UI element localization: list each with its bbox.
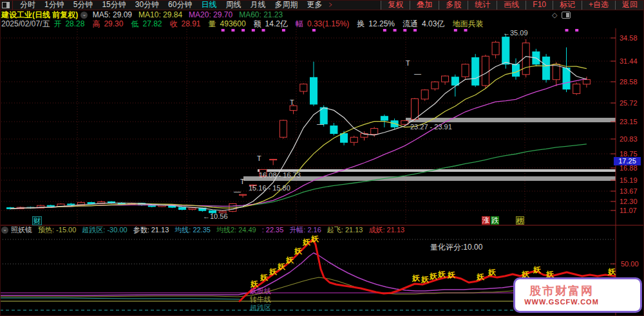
up-badge[interactable]: 涨 <box>482 216 490 225</box>
quote-field-低: 低27.82 <box>131 19 166 28</box>
quote-field-换: 换12.25% <box>357 19 399 28</box>
menu-item-7[interactable]: 日线 <box>196 0 221 10</box>
tool-item-6[interactable]: F10 <box>526 0 553 10</box>
watermark: 股市财富网 WWW.GSCFW.COM 指标分享 名师课程 <box>513 277 642 313</box>
chart-annotation-10: — <box>234 187 241 195</box>
indicator-param-7: 升幅: 2.16 <box>289 226 321 234</box>
indicator-axis-label: 50.00 <box>621 260 639 268</box>
quote-field-量: 量493600 <box>209 19 250 28</box>
yao-marker: 妖 <box>438 270 446 278</box>
quote-field-开: 开28.28 <box>53 19 88 28</box>
chart-annotation-9: T <box>406 59 410 67</box>
ma-label-4: MA60: 21.23 <box>239 10 283 19</box>
diamond-icon[interactable]: ◇ <box>552 10 557 19</box>
tool-item-3[interactable]: 多股 <box>439 0 468 10</box>
axis-price-label: 28.58 <box>620 78 638 86</box>
indicator-param-4: 均线: 22.35 <box>175 226 211 234</box>
axis-price-label: 34.58 <box>620 34 638 42</box>
chart-annotation-3: 16.08 - 16.73 <box>259 171 301 179</box>
yao-marker: 妖 <box>278 263 285 270</box>
stock-title[interactable]: 建设工业(日线 前复权) <box>1 10 78 19</box>
ref-line-label-2: 转牛线 <box>250 295 271 303</box>
current-price-label: 17.25 <box>614 157 641 165</box>
axis-price-label: 31.44 <box>620 57 638 65</box>
chart-annotation-11: — <box>317 120 324 127</box>
yao-marker: 妖 <box>251 280 258 288</box>
menu-item-4[interactable]: 15分钟 <box>97 0 130 10</box>
ma-label-2: MA10: 29.84 <box>138 10 182 19</box>
tool-item-7[interactable]: 标记 <box>553 0 582 10</box>
yao-marker: 妖 <box>269 268 277 275</box>
quote-field-额: 额14.2亿 <box>254 19 292 28</box>
menu-item-10[interactable]: 多周期 <box>270 0 302 10</box>
axis-price-label: 13.67 <box>620 187 638 195</box>
chart-annotation-2: 23.27 - 23.91 <box>410 123 452 131</box>
chart-annotation-7: T <box>257 154 261 162</box>
chart-annotation-5: ←10.56 <box>203 212 228 220</box>
tool-item-9[interactable]: 返回 <box>615 0 644 10</box>
axis-price-label: 12.30 <box>620 198 638 205</box>
yao-marker: 妖 <box>477 273 484 281</box>
more-arrow-icon[interactable]: ﹥ <box>327 0 337 10</box>
tool-item-2[interactable]: 叠加 <box>410 0 439 10</box>
ref-line-label-3: 超跌区 <box>250 304 271 311</box>
axis-price-label: 20.83 <box>620 135 638 143</box>
title-row: 建设工业(日线 前复权)⌄ MA5: 29.09MA10: 29.84MA20:… <box>0 10 644 19</box>
indicator-name: 照妖镜 <box>11 226 32 234</box>
tool-item-8[interactable]: +自选 <box>582 0 615 10</box>
chart-annotation-4: 15.16 - 15.80 <box>249 184 290 192</box>
yao-marker: 妖 <box>311 235 319 243</box>
tool-item-1[interactable]: 复权 <box>381 0 410 10</box>
tool-item-5[interactable]: 画线 <box>497 0 526 10</box>
menu-item-2[interactable]: 1分钟 <box>40 0 69 10</box>
rank-badge[interactable]: 榜 <box>516 216 524 225</box>
yao-marker: 妖 <box>533 266 541 274</box>
chart-annotation-12: — <box>414 70 421 77</box>
ma-label-3: MA20: 29.70 <box>189 10 232 19</box>
menu-item-5[interactable]: 30分钟 <box>131 0 164 10</box>
indicator-param-9: 成妖: 21.13 <box>368 226 404 234</box>
ma-labels: MA5: 29.09MA10: 29.84MA20: 29.70MA60: 21… <box>93 10 290 19</box>
indicator-param-5: 均线2: 24.49 <box>216 226 256 234</box>
yao-marker: 妖 <box>260 274 268 281</box>
chevron-down-icon[interactable]: ⌄ <box>80 12 88 19</box>
ma-label-1: MA5: 29.09 <box>93 10 132 19</box>
yao-marker: 妖 <box>286 256 294 264</box>
menu-item-11[interactable]: 更多 <box>302 0 327 10</box>
axis-price-label: 25.72 <box>620 99 638 107</box>
quote-info-row: 2025/02/07/五开28.28高29.30低27.82收28.91量493… <box>0 19 644 28</box>
quote-field-高: 高29.30 <box>92 19 127 28</box>
yao-marker: 妖 <box>448 271 455 279</box>
yao-marker: 妖 <box>421 275 429 283</box>
tool-item-4[interactable]: 统计 <box>468 0 497 10</box>
menu-item-9[interactable]: 月线 <box>245 0 270 10</box>
chevron-down-icon[interactable]: ⌄ <box>1 227 8 234</box>
menu-item-6[interactable]: 60分钟 <box>164 0 196 10</box>
quote-field-幅: 幅0.33(1.15%) <box>296 19 353 28</box>
period-menu: 分时1分钟5分钟15分钟30分钟60分钟日线周线月线多周期更多﹥ <box>12 0 337 10</box>
sector-tag[interactable]: 地面兵装 <box>452 19 483 28</box>
yao-marker: 妖 <box>608 268 616 275</box>
split-window-icon[interactable] <box>562 12 571 19</box>
watermark-badge-2: 名师课程 <box>605 296 638 306</box>
quant-score-label: 量化评分:10.00 <box>430 243 482 251</box>
menu-item-1[interactable]: 分时 <box>15 0 40 10</box>
chart-annotation-8: T <box>290 98 294 106</box>
axis-price-label: 11.07 <box>620 207 637 214</box>
indicator-param-1: 预热: -15.00 <box>38 226 76 234</box>
menu-bar: 分时1分钟5分钟15分钟30分钟60分钟日线周线月线多周期更多﹥ 复权叠加多股统… <box>0 0 644 10</box>
yao-marker: 妖 <box>294 247 302 255</box>
menu-item-8[interactable]: 周线 <box>221 0 245 10</box>
indicator-param-6: : 22.35 <box>262 226 284 234</box>
down-badge[interactable]: 跌 <box>491 216 499 225</box>
date-label: 2025/02/07/五 <box>1 19 50 28</box>
main-chart[interactable] <box>0 0 644 316</box>
finance-report-badge[interactable]: 财 <box>32 216 42 225</box>
indicator-header: ⌄ 照妖镜预热: -15.00超跌区: -30.00参数: 21.13均线: 2… <box>0 226 644 234</box>
menu-item-3[interactable]: 5分钟 <box>69 0 98 10</box>
watermark-badge-1: 指标分享 <box>605 284 638 294</box>
quote-field-流通: 流通4.03亿 <box>402 19 448 28</box>
layout-icon[interactable] <box>2 2 10 8</box>
chart-annotation-1: ←35.09 <box>503 29 528 37</box>
indicator-param-2: 超跌区: -30.00 <box>82 226 127 234</box>
